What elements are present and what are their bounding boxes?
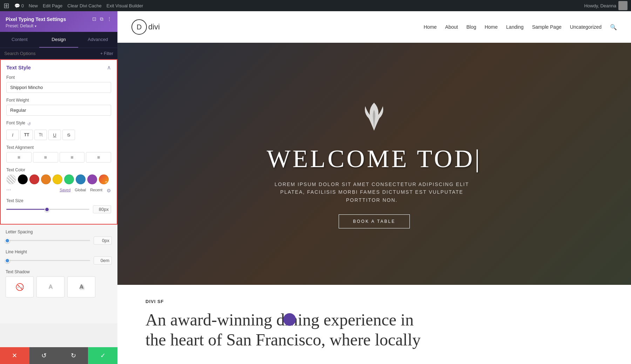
text-size-field: Text Size 80px xyxy=(6,198,111,213)
color-blue-swatch[interactable] xyxy=(76,174,86,184)
color-black-swatch[interactable] xyxy=(18,174,28,184)
color-green-swatch[interactable] xyxy=(64,174,74,184)
site-nav: D divi Home About Blog Home Landing Samp… xyxy=(117,11,631,43)
color-yellow-swatch[interactable] xyxy=(53,174,62,184)
letter-spacing-thumb[interactable] xyxy=(5,238,10,243)
underline-button[interactable]: U xyxy=(48,130,61,140)
new-link[interactable]: New xyxy=(29,3,38,8)
more-colors-button[interactable]: ··· xyxy=(6,187,11,193)
site-nav-links: Home About Blog Home Landing Sample Page… xyxy=(423,24,617,30)
nav-landing[interactable]: Landing xyxy=(506,24,524,30)
search-icon[interactable]: 🔍 xyxy=(610,24,617,30)
book-table-button[interactable]: BOOK A TABLE xyxy=(339,214,410,228)
wp-logo[interactable]: ⊞ xyxy=(4,1,9,10)
comment-icon[interactable]: 💬 0 xyxy=(14,3,24,8)
font-style-buttons: I TT Tt U S xyxy=(6,130,111,140)
letter-spacing-section: Letter Spacing 0px Line Height xyxy=(0,225,117,302)
divi-sf-tag: DIVI SF xyxy=(145,299,603,304)
font-weight-select[interactable]: Regular xyxy=(6,105,111,116)
text-alignment-field: Text Alignment ≡ ≡ ≡ ≡ xyxy=(6,145,111,163)
text-shadow-dark[interactable]: A xyxy=(67,276,95,297)
nav-about[interactable]: About xyxy=(445,24,458,30)
text-style-header[interactable]: Text Style ∧ xyxy=(1,60,117,75)
text-color-label: Text Color xyxy=(6,167,111,172)
admin-bar: ⊞ 💬 0 New Edit Page Clear Divi Cache Exi… xyxy=(0,0,631,11)
font-label: Font xyxy=(6,75,111,80)
align-justify-button[interactable]: ≡ xyxy=(86,152,111,163)
align-center-button[interactable]: ≡ xyxy=(33,152,58,163)
expand-icon[interactable]: ⧉ xyxy=(100,16,103,22)
undo-button[interactable]: ↺ xyxy=(29,347,59,364)
font-select[interactable]: Shippori Mincho xyxy=(6,82,111,93)
preset-selector[interactable]: Preset: Default xyxy=(6,23,112,28)
nav-uncategorized[interactable]: Uncategorized xyxy=(570,24,602,30)
font-style-label: Font Style xyxy=(6,121,25,125)
line-height-track[interactable] xyxy=(6,260,90,261)
tab-design[interactable]: Design xyxy=(39,32,79,48)
capitalize-button[interactable]: Tt xyxy=(34,130,47,140)
align-left-button[interactable]: ≡ xyxy=(6,152,32,163)
site-logo: D divi xyxy=(131,19,160,35)
nav-blog[interactable]: Blog xyxy=(466,24,476,30)
color-settings-icon[interactable]: ⚙ xyxy=(107,188,111,193)
hero-subtitle: LOREM IPSUM DOLOR SIT AMET CONSECTETUR A… xyxy=(267,180,477,204)
text-size-thumb[interactable] xyxy=(45,207,49,212)
letter-spacing-label: Letter Spacing xyxy=(6,229,112,234)
text-shadow-none[interactable]: 🚫 xyxy=(6,276,34,297)
logo-circle: D xyxy=(131,19,147,35)
close-button[interactable]: ✕ xyxy=(0,347,29,364)
filter-button[interactable]: + Filter xyxy=(100,51,113,56)
text-size-track[interactable] xyxy=(6,209,89,210)
tab-advanced[interactable]: Advanced xyxy=(78,32,117,48)
howdy-text: Howdy, Deanna xyxy=(584,1,627,10)
clear-cache-link[interactable]: Clear Divi Cache xyxy=(67,3,102,8)
strikethrough-button[interactable]: S xyxy=(62,130,75,140)
redo-button[interactable]: ↻ xyxy=(59,347,88,364)
more-options-icon[interactable]: ⋮ xyxy=(107,16,112,22)
collapse-icon[interactable]: ∧ xyxy=(107,64,111,71)
font-style-reset-icon[interactable]: ↺ xyxy=(27,122,31,126)
nav-home[interactable]: Home xyxy=(423,24,436,30)
search-input[interactable] xyxy=(4,51,97,56)
user-avatar xyxy=(618,1,627,10)
italic-button[interactable]: I xyxy=(6,130,19,140)
global-tab[interactable]: Global xyxy=(75,188,86,193)
color-picker-swatch[interactable]: ✏ xyxy=(99,174,109,184)
align-right-button[interactable]: ≡ xyxy=(60,152,85,163)
panel-tabs: Content Design Advanced xyxy=(0,32,117,48)
nav-home2[interactable]: Home xyxy=(484,24,497,30)
letter-spacing-track[interactable] xyxy=(6,240,90,241)
nav-sample[interactable]: Sample Page xyxy=(532,24,562,30)
saved-tab[interactable]: Saved xyxy=(60,188,70,193)
panel-toolbar: ✕ ↺ ↻ ✓ xyxy=(0,347,117,364)
text-style-title: Text Style xyxy=(6,64,31,70)
hero-content: WELCOME TOD| LOREM IPSUM DOLOR SIT AMET … xyxy=(253,85,496,242)
color-tabs: Saved Global Recent ⚙ xyxy=(46,188,111,193)
tab-content[interactable]: Content xyxy=(0,32,39,48)
hero-section: WELCOME TOD| LOREM IPSUM DOLOR SIT AMET … xyxy=(117,43,631,285)
right-content: D divi Home About Blog Home Landing Samp… xyxy=(117,11,631,364)
minimize-icon[interactable]: ⊡ xyxy=(92,16,96,22)
line-height-thumb[interactable] xyxy=(5,258,10,263)
color-purple-swatch[interactable] xyxy=(87,174,97,184)
color-transparent-swatch[interactable] xyxy=(6,174,16,184)
edit-page-link[interactable]: Edit Page xyxy=(43,3,62,8)
recent-tab[interactable]: Recent xyxy=(90,188,102,193)
alignment-buttons: ≡ ≡ ≡ ≡ xyxy=(6,152,111,163)
save-button[interactable]: ✓ xyxy=(88,347,117,364)
panel-content: Text Style ∧ Font Shippori Mincho xyxy=(0,59,117,323)
line-height-value[interactable]: 0em xyxy=(94,256,112,265)
hero-leaf-icon xyxy=(267,99,482,141)
color-red-swatch[interactable] xyxy=(29,174,39,184)
exit-builder-link[interactable]: Exit Visual Builder xyxy=(107,3,143,8)
below-hero: DIVI SF An award-winning dining experien… xyxy=(117,285,631,364)
font-field: Font Shippori Mincho xyxy=(6,75,111,93)
letter-spacing-value[interactable]: 0px xyxy=(94,236,112,245)
panel-header: Pixel Typing Text Settings ⊡ ⧉ ⋮ Preset:… xyxy=(0,11,117,32)
color-orange-swatch[interactable] xyxy=(41,174,51,184)
logo-text: divi xyxy=(148,22,160,32)
text-size-slider-row: 80px xyxy=(6,205,111,213)
text-size-value[interactable]: 80px xyxy=(93,205,111,213)
text-shadow-light[interactable]: A xyxy=(36,276,65,297)
uppercase-button[interactable]: TT xyxy=(20,130,33,140)
